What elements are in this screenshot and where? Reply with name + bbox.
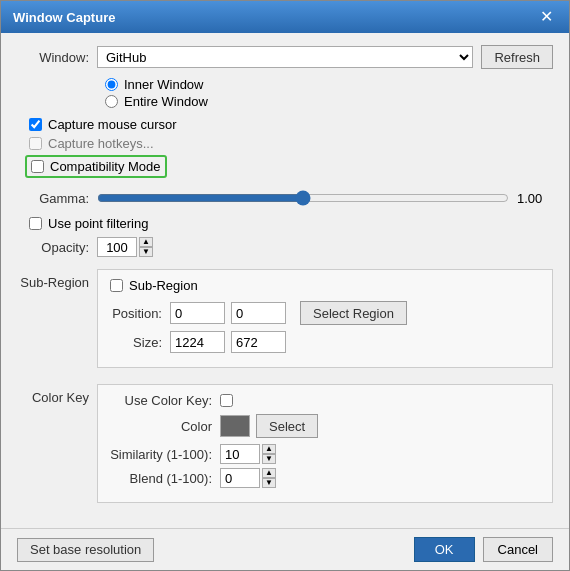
- opacity-up-button[interactable]: ▲: [139, 237, 153, 247]
- dialog-footer: Set base resolution OK Cancel: [1, 528, 569, 570]
- similarity-down-button[interactable]: ▼: [262, 454, 276, 464]
- capture-mode-group: Inner Window Entire Window: [105, 77, 553, 111]
- similarity-up-button[interactable]: ▲: [262, 444, 276, 454]
- color-select-button[interactable]: Select: [256, 414, 318, 438]
- compatibility-mode-highlight: Compatibility Mode: [25, 155, 553, 182]
- select-region-button[interactable]: Select Region: [300, 301, 407, 325]
- capture-hotkeys-checkbox[interactable]: Capture hotkeys...: [29, 136, 553, 151]
- gamma-slider[interactable]: [97, 190, 509, 206]
- position-label: Position:: [110, 306, 170, 321]
- opacity-down-button[interactable]: ▼: [139, 247, 153, 257]
- similarity-row: Similarity (1-100): ▲ ▼: [110, 444, 540, 464]
- subregion-section: Sub-Region Sub-Region Position: Select R…: [17, 265, 553, 376]
- size-label: Size:: [110, 335, 170, 350]
- gamma-slider-container: [97, 188, 509, 208]
- position-row: Position: Select Region: [110, 301, 540, 325]
- capture-mouse-cursor-checkbox[interactable]: Capture mouse cursor: [29, 117, 553, 132]
- opacity-label: Opacity:: [17, 240, 97, 255]
- cancel-button[interactable]: Cancel: [483, 537, 553, 562]
- use-colorkey-row: Use Color Key:: [110, 393, 540, 408]
- blend-down-button[interactable]: ▼: [262, 478, 276, 488]
- blend-input[interactable]: [220, 468, 260, 488]
- close-button[interactable]: ✕: [536, 9, 557, 25]
- blend-row: Blend (1-100): ▲ ▼: [110, 468, 540, 488]
- subregion-title-row: Sub-Region: [110, 278, 540, 293]
- blend-label: Blend (1-100):: [110, 471, 220, 486]
- similarity-label: Similarity (1-100):: [110, 447, 220, 462]
- main-content: Window: GitHub Refresh Inner Window Enti…: [1, 33, 569, 528]
- gamma-value: 1.00: [517, 191, 553, 206]
- compatibility-mode-label: Compatibility Mode: [50, 159, 161, 174]
- colorkey-box: Use Color Key: Color Select Similarity (…: [97, 384, 553, 503]
- similarity-spinner: ▲ ▼: [262, 444, 276, 464]
- use-point-filtering-label: Use point filtering: [48, 216, 148, 231]
- color-swatch: [220, 415, 250, 437]
- colorkey-section: Color Key Use Color Key: Color Select Si…: [17, 380, 553, 511]
- subregion-section-label: Sub-Region: [17, 275, 97, 290]
- size-width-input[interactable]: [170, 331, 225, 353]
- subregion-label: Sub-Region: [129, 278, 198, 293]
- entire-window-radio[interactable]: Entire Window: [105, 94, 553, 109]
- position-x-input[interactable]: [170, 302, 225, 324]
- opacity-row: Opacity: 100 ▲ ▼: [17, 237, 553, 257]
- capture-hotkeys-label: Capture hotkeys...: [48, 136, 154, 151]
- window-label: Window:: [17, 50, 97, 65]
- footer-right: OK Cancel: [414, 537, 553, 562]
- entire-window-label: Entire Window: [124, 94, 208, 109]
- position-y-input[interactable]: [231, 302, 286, 324]
- subregion-checkbox[interactable]: [110, 279, 123, 292]
- gamma-label: Gamma:: [17, 191, 97, 206]
- compatibility-mode-checkbox[interactable]: Compatibility Mode: [25, 155, 167, 178]
- window-select[interactable]: GitHub: [97, 46, 473, 68]
- refresh-button[interactable]: Refresh: [481, 45, 553, 69]
- subregion-checkbox-label[interactable]: Sub-Region: [110, 278, 198, 293]
- use-colorkey-checkbox[interactable]: [220, 394, 233, 407]
- colorkey-section-label: Color Key: [17, 390, 97, 405]
- capture-mouse-cursor-label: Capture mouse cursor: [48, 117, 177, 132]
- set-base-resolution-button[interactable]: Set base resolution: [17, 538, 154, 562]
- blend-spinner: ▲ ▼: [262, 468, 276, 488]
- gamma-row: Gamma: 1.00: [17, 188, 553, 208]
- size-row: Size:: [110, 331, 540, 353]
- subregion-box: Sub-Region Position: Select Region Size:: [97, 269, 553, 368]
- inner-window-radio[interactable]: Inner Window: [105, 77, 553, 92]
- use-colorkey-label: Use Color Key:: [110, 393, 220, 408]
- size-height-input[interactable]: [231, 331, 286, 353]
- title-bar: Window Capture ✕: [1, 1, 569, 33]
- ok-button[interactable]: OK: [414, 537, 475, 562]
- blend-up-button[interactable]: ▲: [262, 468, 276, 478]
- color-label: Color: [110, 419, 220, 434]
- opacity-input[interactable]: 100: [97, 237, 137, 257]
- dialog-title: Window Capture: [13, 10, 115, 25]
- window-capture-dialog: Window Capture ✕ Window: GitHub Refresh …: [0, 0, 570, 571]
- inner-window-label: Inner Window: [124, 77, 203, 92]
- similarity-input[interactable]: [220, 444, 260, 464]
- window-row: Window: GitHub Refresh: [17, 45, 553, 69]
- opacity-spinner: ▲ ▼: [139, 237, 153, 257]
- color-row: Color Select: [110, 414, 540, 438]
- use-point-filtering-checkbox[interactable]: Use point filtering: [29, 216, 553, 231]
